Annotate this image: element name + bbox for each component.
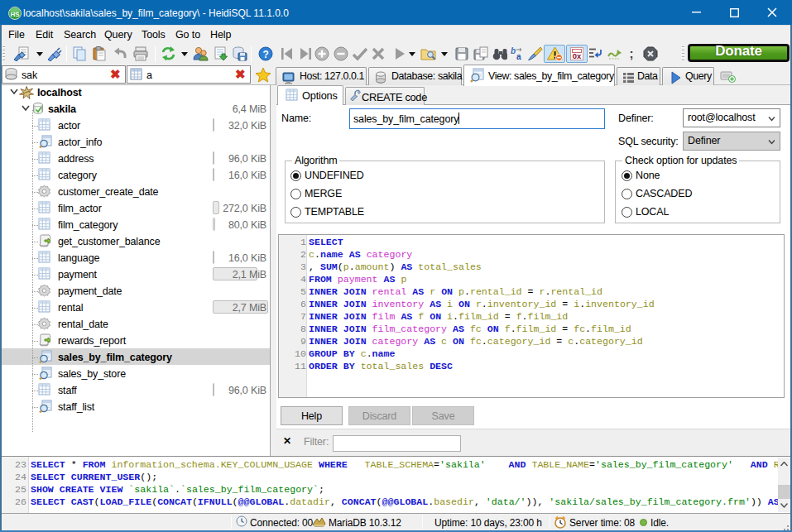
svg-text:a: a — [516, 52, 521, 61]
svg-text:HS: HS — [11, 11, 21, 18]
svg-text:?: ? — [262, 49, 268, 60]
svg-text:0x: 0x — [573, 51, 582, 60]
svg-text:b: b — [511, 46, 516, 55]
svg-text:;: ; — [630, 46, 634, 60]
